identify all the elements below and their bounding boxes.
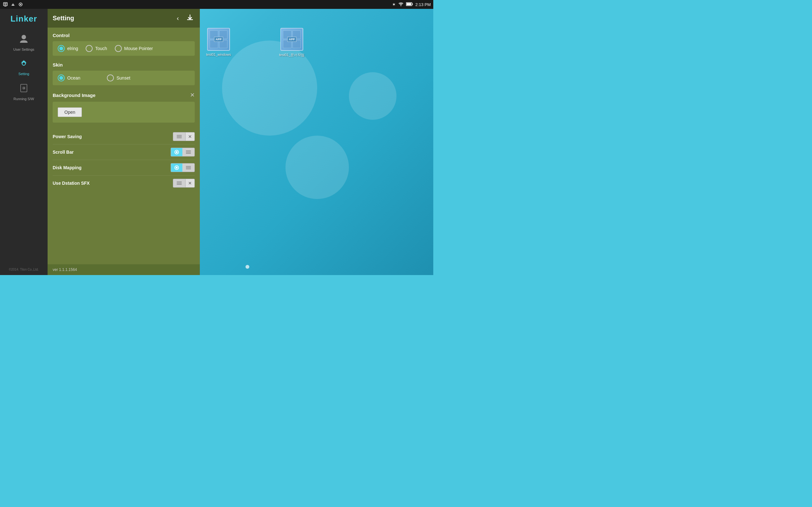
scroll-bar-label: Scroll Bar — [53, 150, 73, 155]
toggles-section: Power Saving ✕ Scroll Bar — [53, 129, 195, 191]
bg-decor-3 — [349, 72, 397, 120]
radio-elring — [58, 45, 65, 52]
control-option-touch[interactable]: Touch — [86, 45, 107, 52]
svg-point-7 — [21, 35, 26, 39]
svg-rect-23 — [186, 169, 191, 169]
bg-section-header: Background Image ✕ — [53, 92, 195, 99]
app2-label: test01_windows — [206, 53, 231, 56]
time-display: 2:13 PM — [415, 2, 431, 7]
bg-close-button[interactable]: ✕ — [190, 92, 195, 99]
sidebar-footer: ©2014. Tilon Co.,Ltd. — [6, 264, 41, 275]
app2-icon — [207, 28, 230, 51]
svg-point-8 — [22, 62, 25, 65]
battery-icon — [406, 2, 413, 7]
svg-rect-5 — [406, 3, 411, 5]
svg-rect-18 — [186, 153, 191, 154]
control-option-mouse-pointer[interactable]: Mouse Pointer — [115, 45, 153, 52]
scroll-bar-lines — [183, 148, 194, 156]
app3-icon — [281, 28, 303, 51]
svg-rect-26 — [177, 184, 182, 185]
desktop-icon-app3[interactable]: test01_문서작업 — [279, 28, 305, 57]
svg-rect-11 — [177, 135, 182, 135]
radio-sunset — [107, 74, 114, 81]
skin-option-sunset[interactable]: Sunset — [107, 74, 131, 81]
disk-mapping-row: Disk Mapping — [53, 160, 195, 176]
bluetooth-icon: ✶ — [392, 2, 396, 7]
bg-title: Background Image — [53, 93, 96, 98]
dstation-sfx-lines — [173, 179, 185, 187]
sidebar-item-running-sw[interactable]: Running S/W — [0, 79, 48, 105]
power-saving-x: ✕ — [185, 132, 194, 141]
svg-point-3 — [20, 4, 21, 5]
wifi-icon — [398, 2, 403, 7]
gear-icon — [19, 59, 29, 71]
tray-icon-1 — [3, 2, 8, 7]
sidebar-item-user-settings[interactable]: User Settings — [0, 30, 48, 55]
panel-header: Setting ‹ — [48, 9, 200, 27]
control-title: Control — [53, 33, 195, 38]
radio-mouse — [115, 45, 122, 52]
sidebar: Linker User Settings Setting — [0, 9, 48, 275]
main-panel: Setting ‹ Control elring — [48, 9, 200, 275]
svg-rect-6 — [412, 3, 413, 5]
status-left-icons — [3, 2, 23, 7]
svg-rect-25 — [177, 183, 182, 183]
power-saving-toggle[interactable]: ✕ — [173, 132, 195, 141]
power-saving-lines — [173, 133, 185, 140]
dstation-sfx-row: Use Dstation SFX ✕ — [53, 176, 195, 191]
svg-rect-22 — [186, 167, 191, 168]
control-body: elring Touch Mouse Pointer — [53, 41, 195, 56]
header-actions: ‹ — [175, 13, 195, 24]
svg-rect-12 — [177, 136, 182, 137]
sidebar-label-running-sw: Running S/W — [14, 97, 34, 101]
disk-mapping-label: Disk Mapping — [53, 165, 82, 170]
bg-decor-2 — [286, 135, 349, 199]
panel-title: Setting — [53, 14, 74, 22]
tray-icon-3 — [18, 2, 23, 7]
skin-radio-group: Ocean Sunset — [58, 74, 190, 81]
user-icon — [19, 34, 29, 46]
bg-open-button[interactable]: Open — [58, 107, 82, 117]
dstation-sfx-label: Use Dstation SFX — [53, 181, 90, 186]
status-bar: ✶ 2:13 PM — [0, 0, 433, 9]
scroll-bar-on — [171, 148, 183, 156]
desktop-icon-app2[interactable]: test01_windows — [206, 28, 231, 56]
back-button[interactable]: ‹ — [175, 13, 180, 23]
scroll-bar-row: Scroll Bar — [53, 145, 195, 160]
svg-rect-16 — [186, 151, 191, 151]
status-right-area: ✶ 2:13 PM — [392, 2, 431, 7]
skin-option-ocean[interactable]: Ocean — [58, 74, 80, 81]
sidebar-label-user-settings: User Settings — [13, 48, 34, 51]
download-button[interactable] — [185, 13, 195, 24]
disk-mapping-toggle[interactable] — [171, 163, 195, 172]
svg-rect-24 — [177, 181, 182, 182]
skin-section: Skin Ocean Sunset — [53, 62, 195, 85]
app3-label: test01_문서작업 — [279, 53, 305, 57]
svg-rect-21 — [186, 166, 191, 167]
dstation-sfx-toggle[interactable]: ✕ — [173, 179, 195, 187]
svg-rect-1 — [4, 6, 6, 6]
dstation-sfx-x: ✕ — [185, 179, 194, 187]
sidebar-item-setting[interactable]: Setting — [0, 55, 48, 79]
page-indicator — [246, 265, 249, 269]
background-image-section: Background Image ✕ Open — [53, 92, 195, 123]
app-logo: Linker — [10, 14, 37, 24]
skin-body: Ocean Sunset — [53, 71, 195, 85]
running-sw-icon — [19, 83, 29, 96]
control-option-elring[interactable]: elring — [58, 45, 78, 52]
panel-content: Control elring Touch Mouse Pointer — [48, 27, 200, 264]
sidebar-label-setting: Setting — [18, 72, 29, 76]
tray-icon-2 — [10, 2, 16, 7]
version-label: ver 1.1.1.1564 — [53, 268, 77, 272]
panel-footer: ver 1.1.1.1564 — [48, 264, 200, 275]
bg-body: Open — [53, 102, 195, 123]
svg-rect-17 — [186, 152, 191, 153]
skin-title: Skin — [53, 62, 195, 67]
disk-mapping-on — [171, 164, 183, 172]
radio-touch — [86, 45, 93, 52]
power-saving-label: Power Saving — [53, 134, 82, 139]
bg-open-row: Open — [58, 106, 190, 119]
svg-rect-13 — [177, 137, 182, 138]
control-radio-group: elring Touch Mouse Pointer — [58, 45, 190, 52]
scroll-bar-toggle[interactable] — [171, 148, 195, 157]
